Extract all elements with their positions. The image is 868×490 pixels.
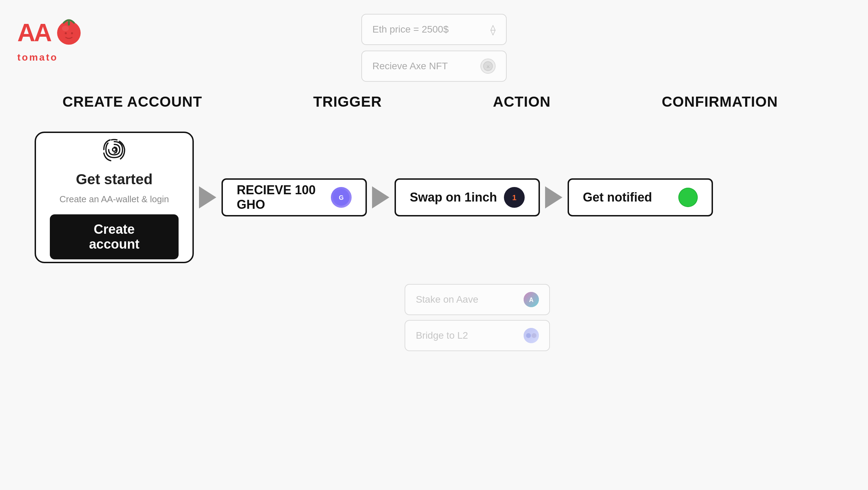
svg-point-3 [65,32,67,34]
top-card-eth-label: Eth price = 2500$ [372,24,449,35]
arrow-2 [367,186,395,208]
oneinch-icon: 1 [504,187,525,208]
arrow-shape-2 [372,186,389,208]
top-card-eth[interactable]: Eth price = 2500$ ⟠ [361,14,507,45]
logo: AA tomato [17,14,84,45]
confirm-card-label: Get notified [583,190,652,205]
bridge-icon [524,328,539,343]
top-cards-container: Eth price = 2500$ ⟠ Recieve Axe NFT ⚔ [361,14,507,82]
action-card[interactable]: Swap on 1inch 1 [395,178,540,216]
arrow-3 [540,186,568,208]
workflow-row: Get started Create an AA-wallet & login … [17,132,851,263]
svg-point-15 [524,328,539,343]
svg-point-1 [62,26,69,31]
column-headers: CREATE ACCOUNT TRIGGER ACTION CONFIRMATI… [0,93,868,110]
get-started-title: Get started [76,171,153,188]
svg-text:1: 1 [512,193,516,202]
notify-icon [678,188,698,207]
col-header-confirmation: CONFIRMATION [662,93,778,110]
col-header-create: CREATE ACCOUNT [62,93,202,110]
trigger-card[interactable]: RECIEVE 100 GHO G [221,178,367,216]
col-header-trigger: TRIGGER [313,93,382,110]
svg-point-12 [679,188,697,207]
bottom-card-aave-label: Stake on Aave [416,294,478,305]
top-card-axe-label: Recieve Axe NFT [372,61,448,72]
axe-nft-icon: ⚔ [480,59,496,74]
logo-tomato-icon [53,14,84,45]
fingerprint-icon [100,136,128,165]
aave-icon: A [524,292,539,307]
create-account-button[interactable]: Create account [50,214,179,259]
col-header-action: ACTION [493,93,551,110]
create-account-card: Get started Create an AA-wallet & login … [35,132,194,263]
arrow-shape-3 [545,186,562,208]
logo-aa-text: AA [17,20,51,45]
svg-point-7 [112,148,116,151]
svg-rect-2 [68,21,70,26]
confirm-card[interactable]: Get notified [568,178,713,216]
svg-text:G: G [339,194,344,201]
get-started-subtitle: Create an AA-wallet & login [60,194,169,205]
arrow-shape-1 [199,186,216,208]
top-card-axe[interactable]: Recieve Axe NFT ⚔ [361,51,507,82]
svg-point-4 [71,32,73,34]
action-card-label: Swap on 1inch [410,190,497,205]
gho-icon: G [331,187,352,208]
svg-point-17 [532,333,536,338]
arrow-1 [194,186,221,208]
bottom-card-bridge-label: Bridge to L2 [416,330,468,341]
logo-label: tomato [17,52,58,63]
bottom-card-bridge[interactable]: Bridge to L2 [405,320,550,351]
svg-point-16 [526,333,531,338]
bottom-cards-container: Stake on Aave A Bridge to L2 [405,284,550,351]
eth-icon: ⟠ [490,24,496,36]
bottom-card-aave[interactable]: Stake on Aave A [405,284,550,315]
trigger-card-label: RECIEVE 100 GHO [237,183,331,212]
svg-text:A: A [529,296,534,303]
svg-text:⚔: ⚔ [486,64,490,69]
